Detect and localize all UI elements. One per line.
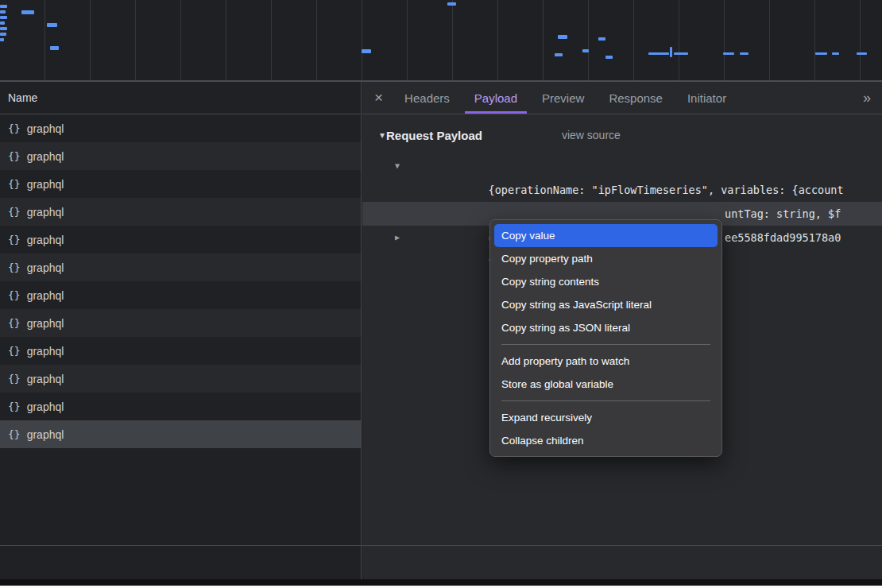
tree-row-operation-name[interactable]: operationName: "ipFlowTimeseries" xyxy=(362,178,882,202)
braces-icon: {} xyxy=(8,428,21,440)
network-request-row[interactable]: {}graphql xyxy=(0,253,361,281)
menu-item-copy-string-as-javascript-literal[interactable]: Copy string as JavaScript literal xyxy=(494,293,718,316)
braces-icon: {} xyxy=(8,122,21,134)
braces-icon: {} xyxy=(8,317,21,329)
network-request-row[interactable]: {}graphql xyxy=(0,142,361,170)
waterfall-bar xyxy=(0,5,7,8)
request-name: graphql xyxy=(27,400,64,413)
tab-initiator[interactable]: Initiator xyxy=(678,82,736,114)
request-name: graphql xyxy=(27,373,64,385)
menu-item-copy-value[interactable]: Copy value xyxy=(494,224,718,247)
request-name: graphql xyxy=(27,150,64,163)
tab-response[interactable]: Response xyxy=(599,82,672,114)
request-name: graphql xyxy=(27,261,64,274)
request-name: graphql xyxy=(27,317,64,330)
request-payload-section-header: ▾ Request Payload view source xyxy=(362,126,882,145)
request-list: {}graphql{}graphql{}graphql{}graphql{}gr… xyxy=(0,114,361,448)
waterfall-bar xyxy=(447,2,456,6)
waterfall-bar xyxy=(362,49,371,53)
braces-icon: {} xyxy=(8,373,21,385)
close-icon[interactable]: × xyxy=(362,82,395,114)
waterfall-bar xyxy=(670,47,672,57)
expand-arrow-icon[interactable]: ▼ xyxy=(395,154,400,178)
tree-row-root[interactable]: ▼{operationName: "ipFlowTimeseries", var… xyxy=(362,154,882,178)
request-name: graphql xyxy=(27,178,64,191)
braces-icon: {} xyxy=(8,400,21,412)
menu-item-collapse-children[interactable]: Collapse children xyxy=(494,429,718,452)
view-source-link[interactable]: view source xyxy=(562,129,621,141)
waterfall-bar xyxy=(0,38,4,41)
network-request-row[interactable]: {}graphql xyxy=(0,365,361,393)
waterfall-bar xyxy=(582,49,589,52)
pane-footer-divider xyxy=(0,545,882,546)
section-title: Request Payload xyxy=(386,129,482,142)
tab-headers[interactable]: Headers xyxy=(395,82,459,114)
braces-icon: {} xyxy=(8,289,21,301)
waterfall-bar xyxy=(555,53,563,56)
menu-separator xyxy=(501,344,710,345)
detail-tabbar: × Headers Payload Preview Response Initi… xyxy=(362,82,882,114)
network-request-row[interactable]: {}graphql xyxy=(0,420,361,448)
property-value-right: untTag: string, $f xyxy=(725,202,841,226)
tab-preview[interactable]: Preview xyxy=(532,82,594,114)
menu-item-expand-recursively[interactable]: Expand recursively xyxy=(494,406,718,429)
menu-separator xyxy=(501,400,710,401)
braces-icon: {} xyxy=(8,206,21,218)
network-request-table: Name {}graphql{}graphql{}graphql{}graphq… xyxy=(0,82,362,579)
devtools-window: Name {}graphql{}graphql{}graphql{}graphq… xyxy=(0,0,882,588)
network-request-row[interactable]: {}graphql xyxy=(0,226,361,253)
waterfall-bar xyxy=(0,10,6,14)
request-name: graphql xyxy=(27,428,64,441)
menu-item-add-property-path-to-watch[interactable]: Add property path to watch xyxy=(494,350,718,373)
braces-icon: {} xyxy=(8,234,21,246)
braces-icon: {} xyxy=(8,178,21,190)
waterfall-bar xyxy=(648,52,669,55)
waterfall-bar xyxy=(47,23,57,27)
request-name: graphql xyxy=(27,289,64,302)
window-bottom-edge xyxy=(0,579,882,586)
waterfall-bar xyxy=(50,46,59,50)
waterfall-bar xyxy=(740,52,749,55)
braces-icon: {} xyxy=(8,345,21,357)
property-preview-right: ee5588fdad995178a0 xyxy=(725,226,841,250)
tab-payload[interactable]: Payload xyxy=(465,82,527,114)
network-request-row[interactable]: {}graphql xyxy=(0,198,361,226)
braces-icon: {} xyxy=(8,150,21,162)
more-tabs-icon[interactable]: » xyxy=(852,90,882,106)
waterfall-bar xyxy=(0,21,5,25)
section-disclosure-icon[interactable]: ▾ xyxy=(380,130,385,141)
column-header-name[interactable]: Name xyxy=(0,82,361,114)
waterfall-bar xyxy=(0,27,7,30)
network-overview-strip[interactable] xyxy=(0,0,882,82)
network-request-row[interactable]: {}graphql xyxy=(0,281,361,309)
waterfall-bar xyxy=(857,52,867,55)
request-name: graphql xyxy=(27,206,64,219)
request-name: graphql xyxy=(27,122,64,135)
request-name: graphql xyxy=(27,345,64,358)
waterfall-bar xyxy=(723,52,734,55)
network-panel: Name {}graphql{}graphql{}graphql{}graphq… xyxy=(0,82,882,579)
network-request-row[interactable]: {}graphql xyxy=(0,114,361,142)
collapse-arrow-icon[interactable]: ▶ xyxy=(395,226,400,250)
waterfall-bar xyxy=(598,37,605,41)
network-request-row[interactable]: {}graphql xyxy=(0,337,361,365)
waterfall-bar xyxy=(674,52,688,55)
waterfall-bar xyxy=(0,33,6,36)
waterfall-bar xyxy=(21,10,34,14)
network-request-row[interactable]: {}graphql xyxy=(0,393,361,420)
waterfall-bar xyxy=(558,35,567,39)
network-request-row[interactable]: {}graphql xyxy=(0,309,361,337)
waterfall-bar xyxy=(605,56,613,59)
request-name: graphql xyxy=(27,234,64,246)
menu-item-copy-string-as-json-literal[interactable]: Copy string as JSON literal xyxy=(494,316,718,339)
waterfall-bar xyxy=(0,16,7,19)
menu-item-copy-string-contents[interactable]: Copy string contents xyxy=(494,270,718,293)
column-header-label: Name xyxy=(8,91,37,104)
braces-icon: {} xyxy=(8,261,21,273)
waterfall-bar xyxy=(832,52,839,55)
network-request-row[interactable]: {}graphql xyxy=(0,170,361,198)
context-menu: Copy valueCopy property pathCopy string … xyxy=(489,219,722,457)
waterfall-bar xyxy=(815,52,827,55)
menu-item-store-as-global-variable[interactable]: Store as global variable xyxy=(494,373,718,396)
menu-item-copy-property-path[interactable]: Copy property path xyxy=(494,247,718,270)
